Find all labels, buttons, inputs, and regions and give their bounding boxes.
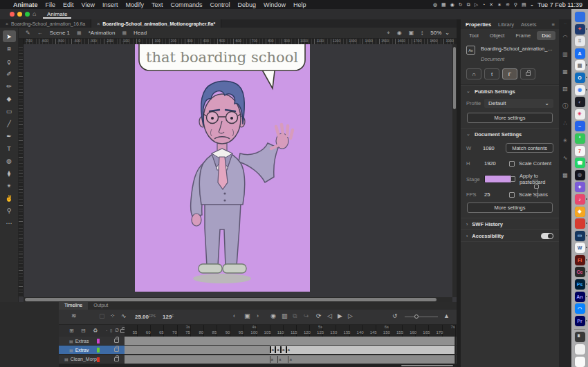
menu-control[interactable]: Control [210, 1, 230, 8]
camera-column-icon[interactable]: ▯ [110, 328, 112, 332]
dock-app-icon[interactable]: Pr [575, 316, 585, 326]
doc-tab-inactive[interactable]: × Boarding-School_animation_16.fla [0, 19, 91, 28]
onion-skin-outline-icon[interactable]: ▥ [282, 312, 288, 319]
status-icon[interactable]: ≋ [506, 2, 510, 8]
tool-button[interactable]: ◆ [3, 93, 16, 104]
dock-app-icon[interactable]: ▭ [575, 231, 585, 241]
menu-debug[interactable]: Debug [237, 1, 256, 8]
reset-timeline-zoom-icon[interactable]: ↺ [392, 312, 398, 319]
status-icon[interactable]: ▦ [441, 2, 446, 8]
canvas-horizontal-scrollbar[interactable] [24, 297, 452, 302]
dock-app-icon[interactable]: ✦ [575, 182, 585, 192]
highlight-column-icon[interactable]: · [106, 328, 108, 334]
tool-button[interactable]: ◍ [3, 155, 16, 167]
dock-app-icon[interactable]: ◍ [575, 170, 585, 180]
snap-corner-button[interactable]: Γ [502, 68, 517, 79]
width-field[interactable]: 1080 [483, 145, 502, 151]
menubar-status-icons[interactable]: ◍▦◉↻⧉▷◔✕∗≋⚲▤◒ [433, 2, 533, 8]
collapse-panels-icon[interactable]: ·· [564, 21, 567, 26]
dock-app-icon[interactable]: ▤ [575, 60, 585, 70]
status-icon[interactable]: ⚲ [514, 2, 517, 8]
panel-icon[interactable]: ∴ [563, 115, 567, 132]
panel-icon[interactable]: ∿ [563, 149, 568, 167]
status-icon[interactable]: ✕ [489, 2, 493, 8]
subtab-doc[interactable]: Doc [537, 31, 555, 40]
dock-app-icon[interactable]: ✳ [575, 109, 585, 120]
swf-history-header[interactable]: › SWF History [461, 218, 559, 229]
center-stage-icon[interactable]: ⌖ [387, 30, 390, 37]
dock-app-icon[interactable]: ☎ [575, 158, 585, 168]
edit-symbols-icon[interactable]: ✎ [26, 30, 30, 36]
parenting-view-icon[interactable]: ⁘ [110, 312, 116, 319]
menubar-clock[interactable]: Tue 7 Feb 11:39 [538, 1, 582, 8]
layer-row[interactable]: ▤Extras [59, 337, 457, 346]
play-button[interactable]: ▶ [338, 312, 342, 319]
dock-app-icon[interactable]: ◐ [575, 97, 585, 107]
dock-app-icon[interactable]: – [575, 121, 585, 131]
menu-file[interactable]: File [46, 1, 56, 8]
subtab-tool[interactable]: Tool [464, 31, 484, 40]
scale-spans-checkbox[interactable] [509, 192, 515, 198]
visibility-column-icon[interactable]: ∅ [115, 328, 119, 333]
panel-icon[interactable]: ▩ [562, 167, 568, 184]
menu-animate[interactable]: Animate [13, 1, 38, 8]
timeline-horizontal-scrollbar[interactable] [59, 364, 457, 367]
accessibility-toggle[interactable] [541, 233, 553, 239]
tool-button[interactable]: ▭ [3, 105, 16, 117]
lock-button[interactable] [520, 68, 535, 79]
clip-content-icon[interactable]: ▣ [409, 30, 414, 36]
layer-lock-icon[interactable] [114, 357, 119, 361]
status-icon[interactable]: ◉ [450, 2, 454, 8]
dock-app-icon[interactable]: ❛ [575, 133, 585, 144]
close-tab-icon[interactable]: × [97, 21, 100, 26]
panel-icon[interactable]: ▧ [562, 80, 568, 97]
dock-app-icon[interactable] [575, 218, 585, 229]
panel-icon[interactable]: ⓘ [562, 97, 568, 115]
snap-arc-button[interactable]: ∩ [466, 68, 481, 79]
graph-view-icon[interactable]: ∿ [121, 312, 127, 319]
tool-button[interactable]: ϙ [3, 55, 16, 67]
menu-modify[interactable]: Modify [125, 1, 144, 8]
onion-skin-icon[interactable]: ◉ [270, 312, 276, 319]
tool-button[interactable]: ⧫ [3, 167, 16, 179]
status-icon[interactable]: ▤ [522, 2, 526, 8]
breadcrumb-symbol[interactable]: *Animation [89, 30, 116, 36]
dock-app-icon[interactable]: O [575, 73, 585, 83]
tool-button[interactable]: ✒ [3, 130, 16, 142]
tool-button[interactable]: ✏ [3, 80, 16, 92]
keyframe[interactable]: a [275, 346, 279, 353]
menu-commands[interactable]: Commands [170, 1, 202, 8]
layer-lock-icon[interactable] [114, 339, 119, 343]
breadcrumb-part[interactable]: Head [134, 30, 147, 36]
tool-button[interactable]: ✴ [3, 180, 16, 191]
menu-view[interactable]: View [82, 1, 95, 8]
tool-button[interactable]: ✐ [3, 68, 16, 79]
breadcrumb-scene[interactable]: Scene 1 [50, 30, 70, 36]
layer-color-swatch[interactable] [97, 339, 100, 344]
zoom-window-button[interactable] [25, 12, 30, 17]
panel-icon[interactable]: ◠ [563, 28, 568, 46]
step-back-keyframe-icon[interactable]: ‹ [233, 312, 235, 319]
panel-icon[interactable]: ✳ [563, 132, 568, 149]
dock-app-icon[interactable]: ▘ [575, 332, 585, 342]
dock-app-icon[interactable]: ◉ [575, 85, 585, 95]
link-dimensions-icon[interactable] [534, 185, 539, 189]
dock-app-icon[interactable] [575, 12, 585, 22]
dock-app-icon[interactable]: ⠿ [575, 36, 585, 46]
publish-settings-header[interactable]: ⌄ Publish Settings [461, 85, 559, 97]
dock-app-icon[interactable]: ✦ [575, 24, 585, 35]
keyframe[interactable]: a [270, 346, 274, 353]
layer-row[interactable]: ▤Extravaaaa [59, 346, 457, 355]
panel-icon[interactable]: ▥ [562, 46, 568, 63]
center-frame-icon[interactable]: ▣ [244, 312, 250, 319]
close-tab-icon[interactable]: × [6, 21, 8, 26]
dock-app-icon[interactable]: ◆ [575, 207, 585, 217]
fps-display[interactable]: 25.00FPS [135, 314, 156, 320]
panel-menu-icon[interactable]: ≡ [552, 21, 555, 28]
layer-row[interactable]: ▤Clean_Morphaaa [59, 355, 457, 364]
tab-assets[interactable]: Assets [521, 21, 537, 28]
new-folder-icon[interactable]: ⊟ [81, 328, 86, 334]
subtab-object[interactable]: Object [485, 31, 510, 40]
dock-app-icon[interactable]: Ps [575, 279, 585, 290]
back-icon[interactable]: ← [37, 30, 43, 36]
